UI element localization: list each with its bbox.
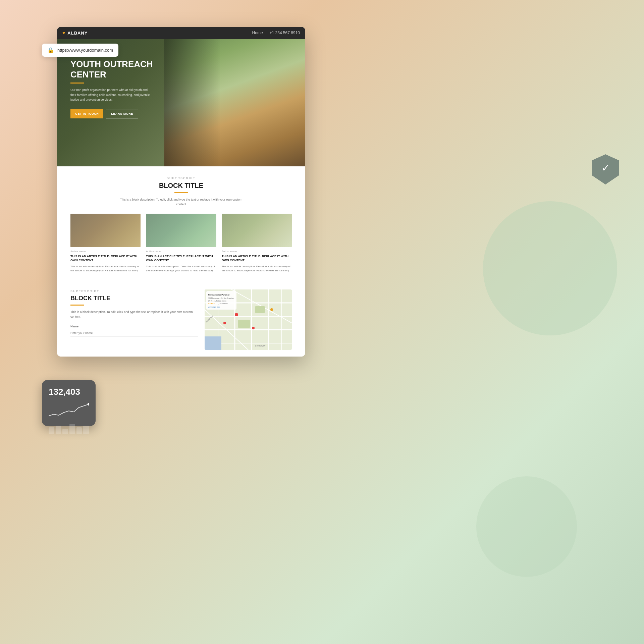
article-image-3 [222, 214, 292, 247]
article-author-2: Author name [146, 250, 216, 253]
hero-title: YOUTH OUTREACH CENTER [70, 59, 154, 80]
url-text: https://www.yourdomain.com [57, 48, 113, 53]
browser-nav-links: Home +1 234 567 8910 [252, 31, 300, 35]
hero-description: Our non-profit organization partners wit… [70, 88, 154, 102]
get-in-touch-ref: GET IN ToucH [191, 217, 210, 220]
svg-rect-13 [255, 306, 265, 313]
article-card: Author name THIS IS AN ARTICLE TITLE. RE… [146, 214, 216, 273]
chart-bar [49, 427, 54, 434]
svg-point-16 [252, 327, 255, 329]
heart-icon: ♥ [62, 30, 65, 36]
article-title-2: THIS IS AN ARTICLE TITLE. REPLACE IT WIT… [146, 254, 216, 263]
svg-text:View larger map: View larger map [208, 306, 220, 308]
contact-form-area: SUPERSCRIPT BLOCK TITLE This is a block … [70, 289, 198, 350]
svg-text:CA 94111, United States: CA 94111, United States [208, 300, 226, 302]
articles-section-title: BLOCK TITLE [70, 182, 292, 190]
svg-point-28 [88, 403, 89, 406]
chart-bar [62, 429, 68, 434]
nav-phone[interactable]: +1 234 567 8910 [270, 31, 300, 35]
articles-title-underline [174, 192, 188, 193]
article-card: Author name THIS IS AN ARTICLE TITLE. RE… [70, 214, 141, 273]
svg-text:1,156 reviews: 1,156 reviews [217, 303, 228, 305]
browser-nav-bar: ♥ ALBANY Home +1 234 567 8910 [57, 27, 305, 39]
chart-bar [69, 424, 75, 434]
chart-bar [76, 427, 82, 434]
svg-text:★★★★★: ★★★★★ [208, 303, 215, 305]
address-bar: 🔒 https://www.yourdomain.com [42, 44, 118, 57]
hero-photo [164, 39, 305, 166]
chart-bar [83, 426, 89, 434]
article-title-3: THIS IS AN ARTICLE TITLE. REPLACE IT WIT… [222, 254, 292, 263]
hero-section: YOUTH OUTREACH CENTER Our non-profit org… [57, 39, 305, 166]
svg-rect-12 [238, 320, 250, 328]
stats-number: 132,403 [49, 387, 89, 397]
name-label: Name [70, 325, 198, 328]
articles-section-description: This is a block description. To edit, cl… [117, 197, 245, 207]
bg-shape-1 [455, 173, 644, 363]
hero-title-underline [70, 83, 84, 84]
svg-point-17 [223, 322, 226, 324]
svg-point-18 [270, 308, 273, 311]
logo-text: ALBANY [67, 31, 88, 36]
contact-description: This is a block description. To edit, cl… [70, 310, 198, 319]
svg-rect-14 [205, 336, 221, 350]
site-logo: ♥ ALBANY [62, 30, 88, 36]
name-input[interactable] [70, 330, 198, 336]
hero-content: YOUTH OUTREACH CENTER Our non-profit org… [70, 59, 154, 118]
contact-superscript: SUPERSCRIPT [70, 289, 198, 293]
contact-title-underline [70, 305, 84, 306]
svg-text:600 Montgomery St, San Francis: 600 Montgomery St, San Francisco [208, 297, 234, 299]
article-title-1: THIS IS AN ARTICLE TITLE. REPLACE IT WIT… [70, 254, 141, 263]
map-svg: Transamerica Pyramid 600 Montgomery St, … [205, 289, 292, 350]
get-in-touch-button[interactable]: GET IN TOUCH [70, 109, 103, 118]
stats-widget: 132,403 [42, 380, 96, 426]
chart-bar [56, 426, 61, 434]
shield-check-icon: ✓ [601, 162, 610, 174]
article-card: Author name THIS IS AN ARTICLE TITLE. RE… [222, 214, 292, 273]
svg-text:Broadway: Broadway [255, 344, 266, 347]
map-container: Transamerica Pyramid 600 Montgomery St, … [205, 289, 292, 350]
shield-shape: ✓ [592, 154, 619, 184]
bg-shape-2 [476, 476, 577, 577]
hero-buttons: GET IN TOUCH LEARN MORE [70, 109, 154, 118]
browser-window: ♥ ALBANY Home +1 234 567 8910 YOUTH OUTR… [57, 27, 305, 357]
lock-icon: 🔒 [47, 47, 54, 53]
article-author-1: Author name [70, 250, 141, 253]
contact-section: SUPERSCRIPT BLOCK TITLE This is a block … [57, 283, 305, 357]
chart-area [49, 402, 89, 419]
chart-svg [49, 402, 89, 419]
article-desc-3: This is an article description. Describe… [222, 265, 292, 273]
chart-bars [49, 421, 89, 434]
contact-title: BLOCK TITLE [70, 295, 198, 302]
article-author-3: Author name [222, 250, 292, 253]
articles-grid: Author name THIS IS AN ARTICLE TITLE. RE… [70, 214, 292, 273]
article-image-1 [70, 214, 141, 247]
article-desc-1: This is an article description. Describe… [70, 265, 141, 273]
svg-point-15 [235, 313, 238, 316]
learn-more-button[interactable]: LEARN MORE [106, 109, 138, 118]
svg-text:Transamerica Pyramid: Transamerica Pyramid [208, 294, 229, 296]
nav-home[interactable]: Home [252, 31, 263, 35]
articles-section: SUPERSCRIPT BLOCK TITLE This is a block … [57, 166, 305, 283]
articles-superscript: SUPERSCRIPT [70, 176, 292, 180]
article-desc-2: This is an article description. Describe… [146, 265, 216, 273]
shield-widget: ✓ [592, 154, 619, 184]
